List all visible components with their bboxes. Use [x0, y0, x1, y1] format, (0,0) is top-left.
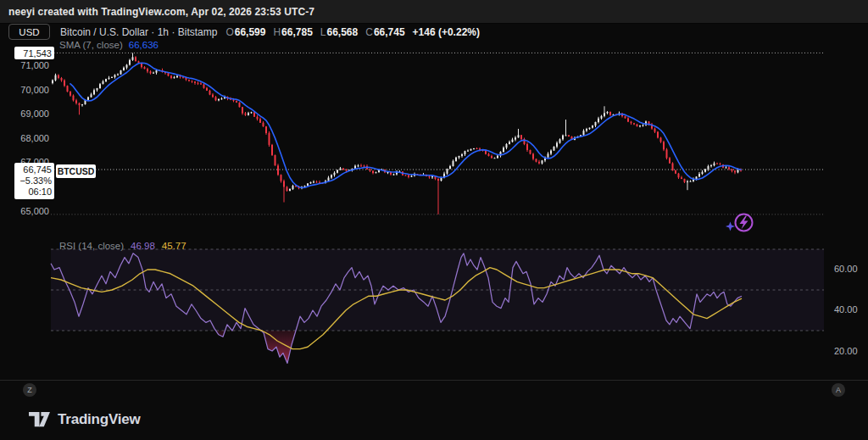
boost-lightning-icon[interactable] — [726, 214, 753, 231]
sma-value: 66,636 — [129, 40, 159, 50]
symbol-row: USD Bitcoin / U.S. Dollar · 1h · Bitstam… — [0, 24, 868, 40]
open-label: O — [225, 26, 233, 38]
sma-legend[interactable]: SMA (7, close) 66,636 — [59, 40, 159, 50]
ohlc-values: O66,599 H66,785 L66,568 C66,745 — [225, 26, 404, 38]
rsi-axis-label: 20.00 — [834, 346, 858, 356]
rsi-label: RSI (14, close) — [59, 241, 124, 251]
auto-scale-button[interactable]: A — [832, 383, 845, 397]
tradingview-logo-text: TradingView — [58, 411, 141, 428]
timezone-button[interactable]: Z — [23, 383, 36, 397]
time-axis[interactable]: Z A — [0, 380, 868, 399]
tradingview-chart-screen: neeyi created with TradingView.com, Apr … — [0, 0, 868, 440]
last-price-badge: 66,745 −5.33% 06:10 — [14, 163, 54, 199]
symbol-price-badge: BTCUSD — [56, 164, 96, 178]
rsi-axis-label: 60.00 — [834, 264, 858, 274]
high-value: 66,785 — [281, 26, 313, 38]
low-value: 66,568 — [327, 26, 359, 38]
close-value: 66,745 — [374, 26, 405, 38]
rsi-axis-label: 40.00 — [834, 304, 858, 315]
price-axis-label: 68,000 — [0, 133, 49, 143]
low-label: L — [320, 26, 326, 38]
high-price-badge: 71,543 — [14, 47, 54, 59]
close-label: C — [365, 26, 373, 38]
tradingview-logo-icon — [28, 409, 51, 429]
last-price: 66,745 — [14, 164, 52, 175]
attribution-bar: neeyi created with TradingView.com, Apr … — [0, 0, 868, 24]
price-axis-label: 65,000 — [0, 206, 49, 216]
rsi-ma-value: 45.77 — [162, 241, 186, 251]
chart-canvas[interactable] — [0, 0, 868, 440]
high-label: H — [273, 26, 281, 38]
tradingview-logo[interactable]: TradingView — [28, 409, 141, 429]
price-axis-label: 71,000 — [0, 60, 49, 70]
rsi-value: 46.98 — [131, 241, 155, 251]
last-change: −5.33% — [14, 175, 52, 187]
symbol-title[interactable]: Bitcoin / U.S. Dollar · 1h · Bitstamp — [60, 26, 217, 38]
bar-countdown: 06:10 — [14, 187, 52, 198]
price-axis-label: 69,000 — [0, 109, 49, 119]
open-value: 66,599 — [235, 26, 266, 38]
sparkle-icon — [726, 222, 735, 231]
change-value: +146 (+0.22%) — [413, 26, 480, 38]
footer-bar: TradingView — [0, 398, 868, 440]
attribution-text: neeyi created with TradingView.com, Apr … — [8, 6, 314, 18]
rsi-legend[interactable]: RSI (14, close) 46.98 45.77 — [59, 241, 186, 251]
sma-label: SMA (7, close) — [59, 40, 123, 50]
price-axis-label: 70,000 — [0, 85, 49, 95]
currency-button[interactable]: USD — [8, 24, 50, 40]
